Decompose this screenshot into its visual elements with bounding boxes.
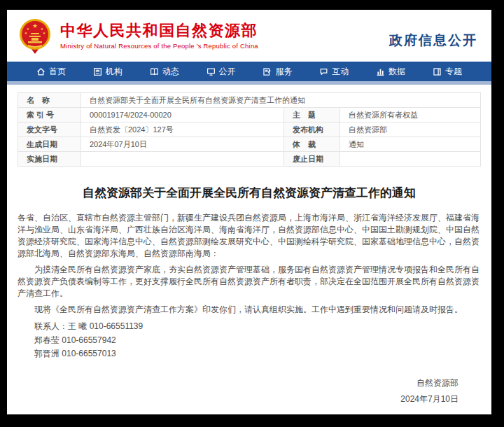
meta-index-value: 000019174/2024-00020 bbox=[81, 108, 284, 122]
recipients-paragraph: 各省、自治区、直辖市自然资源主管部门，新疆生产建设兵团自然资源局，上海市海洋局、… bbox=[18, 212, 481, 260]
contact-line-3: 郭晋洲 010-66557013 bbox=[18, 347, 481, 361]
nav-bottom-strip bbox=[7, 81, 491, 85]
nav-label: 动态 bbox=[162, 66, 179, 78]
meta-name-value: 自然资源部关于全面开展全民所有自然资源资产清查工作的通知 bbox=[81, 93, 481, 108]
meta-created-label: 生成日期 bbox=[18, 137, 81, 152]
page-title: 自然资源部关于全面开展全民所有自然资源资产清查工作的通知 bbox=[66, 185, 432, 202]
nav-label: 公开 bbox=[219, 66, 236, 78]
svg-text:★: ★ bbox=[43, 31, 46, 35]
nav-label: 服务 bbox=[275, 66, 292, 78]
org-icon bbox=[93, 67, 102, 76]
site-subtitle: Ministry of Natural Resources of the Peo… bbox=[60, 42, 258, 50]
meta-docnum-value: 自然资发〔2024〕127号 bbox=[81, 122, 284, 137]
home-icon bbox=[36, 67, 46, 76]
nav-label: 互动 bbox=[332, 66, 349, 78]
meta-repeal-label: 废止日期 bbox=[284, 152, 340, 167]
nav-item-home[interactable]: 首页 bbox=[36, 66, 66, 78]
nav-item-org[interactable]: 机构 bbox=[93, 66, 122, 78]
meta-genre-label: 体 裁 bbox=[284, 137, 340, 152]
meta-issuer-label: 发布机构 bbox=[284, 122, 340, 137]
table-row: 发文字号 自然资发〔2024〕127号 发布机构 自然资源部 bbox=[18, 122, 481, 137]
body-paragraph-1: 为摸清全民所有自然资源资产家底，夯实自然资源资产管理基础，服务国有自然资源资产管… bbox=[18, 264, 481, 300]
signature-date: 2024年7月10日 bbox=[18, 391, 458, 407]
service-icon bbox=[262, 67, 272, 76]
nav-label: 专题 bbox=[445, 66, 462, 78]
meta-subject-value: 自然资源所有者权益 bbox=[340, 108, 481, 122]
nav-item-topics[interactable]: 专题 bbox=[433, 66, 462, 78]
national-emblem-icon: ★ ★ ★ ★ ★ bbox=[18, 18, 52, 54]
disclosure-icon bbox=[206, 67, 216, 76]
nav-item-interaction[interactable]: 互动 bbox=[319, 66, 349, 78]
body-paragraph-2: 现将《全民所有自然资源资产清查工作方案》印发你们，请认真组织实施。工作中遇到重要… bbox=[18, 304, 481, 316]
interaction-icon bbox=[319, 67, 328, 76]
main-nav: 首页 机构 动态 公开 服务 互动 数据 专题 bbox=[7, 62, 491, 81]
document-meta-table: 名 称 自然资源部关于全面开展全民所有自然资源资产清查工作的通知 索 引 号 0… bbox=[18, 92, 481, 167]
nav-item-service[interactable]: 服务 bbox=[262, 66, 292, 78]
meta-index-label: 索 引 号 bbox=[18, 108, 81, 122]
table-row: 索 引 号 000019174/2024-00020 主 题 自然资源所有者权益 bbox=[18, 108, 481, 122]
nav-item-disclosure[interactable]: 公开 bbox=[206, 66, 236, 78]
topics-icon bbox=[433, 67, 442, 76]
signature-block: 自然资源部 2024年7月10日 bbox=[18, 375, 481, 407]
nav-label: 首页 bbox=[49, 66, 66, 78]
contact-line-2: 郑春莹 010-66557942 bbox=[18, 334, 481, 348]
meta-subject-label: 主 题 bbox=[284, 108, 340, 122]
table-row: 生成日期 2024年07月10日 体 裁 通知 bbox=[18, 137, 481, 152]
signature-org: 自然资源部 bbox=[18, 375, 458, 391]
svg-text:★: ★ bbox=[24, 31, 28, 35]
meta-genre-value: 通知 bbox=[340, 137, 481, 152]
gov-info-disclosure-title[interactable]: 政府信息公开 bbox=[389, 31, 477, 50]
meta-name-label: 名 称 bbox=[18, 93, 81, 108]
page: ★ ★ ★ ★ ★ 中华人民共和国自然资源部 Ministry of Natur… bbox=[7, 10, 491, 414]
svg-text:★: ★ bbox=[32, 22, 38, 29]
data-icon bbox=[376, 67, 385, 76]
document-body: 各省、自治区、直辖市自然资源主管部门，新疆生产建设兵团自然资源局，上海市海洋局、… bbox=[18, 212, 481, 361]
contact-line-1: 联系人：王 曦 010-66551139 bbox=[18, 320, 481, 334]
table-row: 实施日期 废止日期 bbox=[18, 152, 481, 167]
meta-repeal-value bbox=[340, 152, 481, 167]
meta-docnum-label: 发文字号 bbox=[18, 122, 81, 137]
news-icon bbox=[150, 67, 159, 76]
site-title: 中华人民共和国自然资源部 bbox=[60, 22, 258, 40]
nav-label: 数据 bbox=[388, 66, 405, 78]
table-row: 名 称 自然资源部关于全面开展全民所有自然资源资产清查工作的通知 bbox=[18, 93, 481, 108]
meta-created-value: 2024年07月10日 bbox=[81, 137, 284, 152]
nav-item-data[interactable]: 数据 bbox=[376, 66, 405, 78]
nav-item-news[interactable]: 动态 bbox=[150, 66, 179, 78]
meta-impl-value bbox=[81, 152, 284, 167]
nav-label: 机构 bbox=[106, 66, 122, 78]
meta-issuer-value: 自然资源部 bbox=[340, 122, 481, 137]
site-header: ★ ★ ★ ★ ★ 中华人民共和国自然资源部 Ministry of Natur… bbox=[7, 10, 491, 62]
meta-impl-label: 实施日期 bbox=[18, 152, 81, 167]
